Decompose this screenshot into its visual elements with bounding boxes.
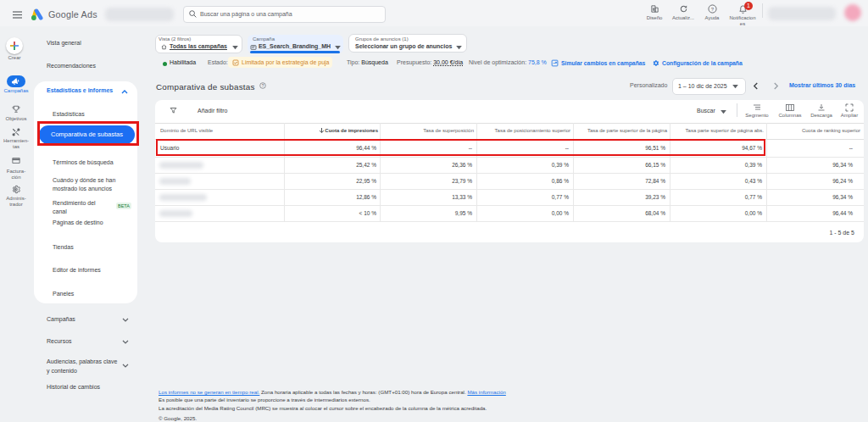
svg-text:?: ? xyxy=(711,7,715,12)
svg-text:?: ? xyxy=(262,84,264,88)
